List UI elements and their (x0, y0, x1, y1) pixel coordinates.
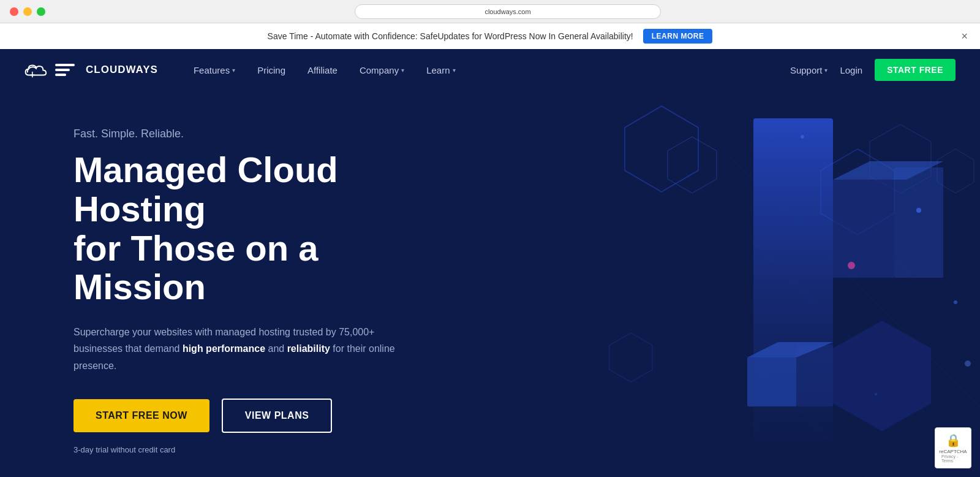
recaptcha-icon: 🔒 (946, 433, 961, 448)
address-bar[interactable]: cloudways.com (355, 4, 661, 19)
logo-link[interactable]: CLOUDWAYS (24, 61, 158, 78)
address-bar-area: cloudways.com (45, 4, 970, 19)
logo-stripes (55, 64, 75, 76)
hero-buttons: START FREE NOW VIEW PLANS (74, 399, 441, 433)
url-text: cloudways.com (484, 8, 530, 15)
traffic-lights (10, 7, 45, 16)
banner-text: Save Time - Automate with Confidence: Sa… (268, 31, 633, 41)
support-chevron-icon: ▾ (824, 67, 827, 74)
svg-marker-2 (668, 137, 717, 193)
trial-text: 3-day trial without credit card (74, 445, 441, 454)
nav-item-features[interactable]: Features ▾ (183, 49, 246, 91)
svg-point-21 (848, 262, 855, 269)
start-free-now-button[interactable]: START FREE NOW (74, 399, 209, 432)
announcement-banner: Save Time - Automate with Confidence: Sa… (0, 23, 980, 49)
svg-point-20 (965, 361, 971, 367)
svg-point-17 (954, 300, 957, 304)
recaptcha-label: reCAPTCHA (939, 449, 967, 454)
hero-title: Managed Cloud Hostingfor Those on a Miss… (74, 150, 441, 307)
nav-item-affiliate[interactable]: Affiliate (296, 49, 349, 91)
recaptcha-sub: Privacy - Terms (941, 454, 965, 463)
logo-text: CLOUDWAYS (86, 64, 158, 76)
nav-item-learn[interactable]: Learn ▾ (415, 49, 466, 91)
hero-content: Fast. Simple. Reliable. Managed Cloud Ho… (74, 128, 441, 454)
company-chevron-icon: ▾ (401, 67, 404, 74)
login-button[interactable]: Login (840, 65, 862, 75)
close-window-button[interactable] (10, 7, 18, 16)
nav-item-company[interactable]: Company ▾ (349, 49, 415, 91)
window-chrome: cloudways.com (0, 0, 980, 23)
nav-item-pricing[interactable]: Pricing (246, 49, 296, 91)
hero-tagline: Fast. Simple. Reliable. (74, 128, 441, 140)
hero-section: Fast. Simple. Reliable. Managed Cloud Ho… (0, 91, 980, 477)
start-free-nav-button[interactable]: START FREE (875, 59, 956, 81)
maximize-window-button[interactable] (37, 7, 45, 16)
svg-rect-6 (894, 167, 943, 278)
learn-chevron-icon: ▾ (453, 67, 456, 74)
svg-marker-23 (609, 333, 652, 382)
site-container: Save Time - Automate with Confidence: Sa… (0, 23, 980, 477)
nav-right: Support ▾ Login START FREE (790, 59, 956, 81)
hero-description: Supercharge your websites with managed h… (74, 324, 417, 374)
view-plans-button[interactable]: VIEW PLANS (222, 399, 333, 433)
banner-close-button[interactable]: × (961, 31, 968, 42)
hero-background-graphic (539, 91, 980, 477)
minimize-window-button[interactable] (23, 7, 32, 16)
recaptcha-badge: 🔒 reCAPTCHA Privacy - Terms (935, 427, 971, 468)
nav-links: Features ▾ Pricing Affiliate Company ▾ L… (183, 49, 790, 91)
banner-learn-more-button[interactable]: LEARN MORE (643, 29, 713, 44)
features-chevron-icon: ▾ (232, 67, 235, 74)
svg-marker-22 (833, 321, 931, 431)
svg-point-16 (916, 208, 921, 213)
logo-icon (24, 61, 49, 78)
svg-point-19 (801, 135, 804, 139)
support-button[interactable]: Support ▾ (790, 65, 828, 75)
navbar: CLOUDWAYS Features ▾ Pricing Affiliate C… (0, 49, 980, 91)
